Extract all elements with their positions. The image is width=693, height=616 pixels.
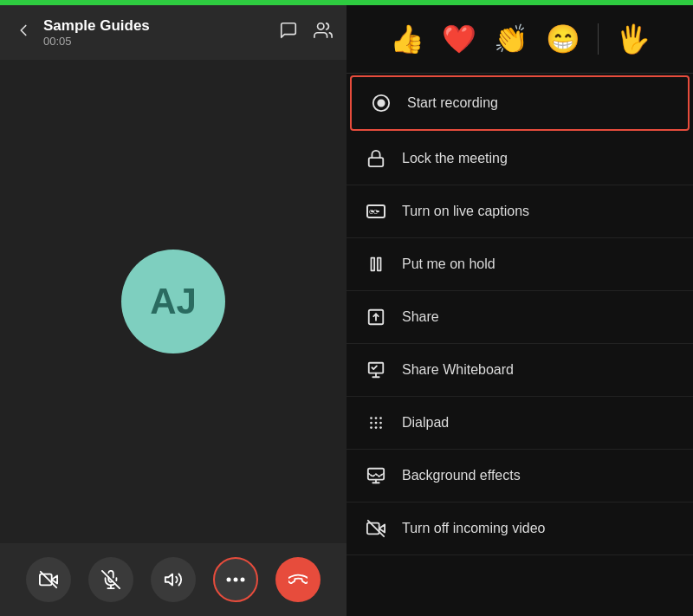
menu-item-put-on-hold[interactable]: Put me on hold [346,238,693,291]
share-icon [364,305,388,329]
call-title: Sample Guides [43,17,279,35]
svg-point-26 [370,426,372,429]
menu-items: Start recording Lock the meeting [346,74,693,555]
svg-rect-13 [369,158,384,166]
reaction-thumbsup[interactable]: 👍 [390,23,424,55]
recording-icon [369,91,393,115]
left-panel: Sample Guides 00:05 [0,5,346,616]
hangup-button[interactable] [275,557,321,602]
menu-item-background-effects[interactable]: Background effects [346,450,693,503]
svg-point-10 [241,578,245,582]
svg-rect-19 [369,363,384,373]
svg-marker-7 [165,574,172,586]
svg-point-27 [375,426,378,429]
reaction-hand[interactable]: 🖐️ [616,23,651,55]
svg-point-23 [370,422,372,425]
menu-label-lock-meeting: Lock the meeting [402,151,508,166]
menu-item-turn-off-incoming-video[interactable]: Turn off incoming video [346,503,693,555]
more-button[interactable] [213,557,258,602]
background-effects-icon [364,464,388,488]
lock-icon [364,146,388,171]
dialpad-icon [364,411,388,435]
svg-point-22 [379,417,382,419]
menu-label-dialpad: Dialpad [402,415,449,431]
avatar: AJ [121,250,225,353]
call-timer: 00:05 [43,35,279,48]
menu-label-background-effects: Background effects [402,468,521,483]
menu-item-share[interactable]: Share [346,291,693,344]
svg-text:CC: CC [369,209,378,215]
svg-rect-17 [378,258,381,271]
back-button[interactable] [14,21,33,44]
svg-marker-32 [379,524,385,532]
menu-item-live-captions[interactable]: CC Turn on live captions [346,185,693,238]
call-header: Sample Guides 00:05 [0,5,346,60]
menu-item-lock-meeting[interactable]: Lock the meeting [346,133,693,185]
menu-item-share-whiteboard[interactable]: Share Whiteboard [346,344,693,397]
menu-label-start-recording: Start recording [407,95,498,111]
captions-icon: CC [364,199,388,224]
menu-label-turn-off-incoming-video: Turn off incoming video [402,521,545,536]
main-content: Sample Guides 00:05 [0,5,693,616]
video-toggle-button[interactable] [26,557,71,602]
svg-marker-1 [52,575,57,583]
call-info: Sample Guides 00:05 [43,17,279,48]
mute-button[interactable] [88,557,133,602]
whiteboard-icon [364,358,388,382]
svg-point-12 [378,100,384,106]
svg-point-25 [379,422,382,425]
call-controls [0,543,346,616]
chat-icon[interactable] [279,21,298,45]
menu-item-dialpad[interactable]: Dialpad [346,397,693,450]
menu-item-start-recording[interactable]: Start recording [350,75,690,131]
right-panel: 👍 ❤️ 👏 😁 🖐️ Start recording [346,5,693,616]
speaker-button[interactable] [151,557,196,602]
menu-label-share: Share [402,309,439,325]
menu-label-put-on-hold: Put me on hold [402,256,495,272]
svg-point-9 [234,578,238,582]
reaction-divider [598,23,599,55]
participants-icon[interactable] [314,21,333,45]
menu-label-share-whiteboard: Share Whiteboard [402,362,514,378]
header-icons [279,21,333,45]
svg-point-24 [375,422,378,425]
menu-label-live-captions: Turn on live captions [402,204,529,219]
video-area: AJ [0,60,346,543]
reaction-clap[interactable]: 👏 [494,23,528,55]
svg-point-0 [318,23,324,29]
svg-rect-16 [372,258,375,271]
svg-point-20 [370,417,372,419]
reactions-row: 👍 ❤️ 👏 😁 🖐️ [346,5,693,74]
svg-point-28 [379,426,382,429]
incoming-video-off-icon [364,516,388,541]
reaction-grin[interactable]: 😁 [546,23,580,55]
svg-point-8 [227,578,231,582]
svg-point-21 [375,417,378,419]
reaction-heart[interactable]: ❤️ [442,23,476,55]
hold-icon [364,252,388,276]
